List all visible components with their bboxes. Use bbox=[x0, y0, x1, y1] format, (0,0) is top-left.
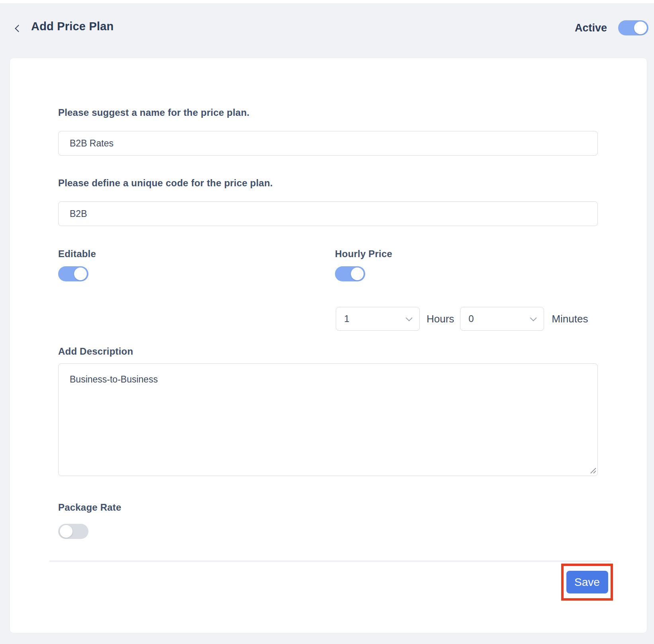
hourly-duration-row: 1 Hours 0 Minutes bbox=[336, 307, 588, 331]
chevron-left-icon bbox=[15, 25, 22, 32]
active-toggle[interactable] bbox=[618, 20, 648, 35]
minutes-select[interactable]: 0 bbox=[460, 307, 544, 331]
page: Add Price Plan Active Please suggest a n… bbox=[0, 0, 654, 644]
editable-label: Editable bbox=[58, 248, 96, 260]
active-label: Active bbox=[575, 22, 607, 34]
description-textarea[interactable]: Business-to-Business bbox=[58, 363, 598, 476]
editable-toggle[interactable] bbox=[58, 266, 88, 281]
form-card: Please suggest a name for the price plan… bbox=[10, 58, 647, 633]
description-label: Add Description bbox=[58, 346, 133, 357]
back-button[interactable] bbox=[12, 22, 25, 35]
hourly-price-label: Hourly Price bbox=[335, 248, 392, 260]
chevron-down-icon bbox=[530, 314, 537, 321]
save-highlight-box: Save bbox=[561, 564, 613, 601]
hours-select[interactable]: 1 bbox=[336, 307, 420, 331]
package-rate-label: Package Rate bbox=[58, 502, 121, 513]
minutes-unit-label: Minutes bbox=[552, 313, 588, 325]
chevron-down-icon bbox=[406, 314, 413, 321]
name-label: Please suggest a name for the price plan… bbox=[58, 107, 249, 118]
toggle-knob bbox=[60, 525, 72, 538]
toggle-knob bbox=[351, 267, 364, 280]
footer-divider bbox=[49, 560, 611, 562]
toggle-knob bbox=[74, 267, 87, 280]
package-rate-toggle[interactable] bbox=[58, 524, 88, 539]
code-input[interactable] bbox=[58, 201, 598, 226]
page-title: Add Price Plan bbox=[31, 20, 114, 33]
name-input[interactable] bbox=[58, 131, 598, 156]
top-strip bbox=[0, 0, 654, 3]
hours-unit-label: Hours bbox=[427, 313, 454, 325]
hours-select-value: 1 bbox=[344, 313, 349, 324]
resize-handle-icon[interactable] bbox=[589, 467, 597, 474]
minutes-select-value: 0 bbox=[468, 313, 474, 324]
code-label: Please define a unique code for the pric… bbox=[58, 178, 273, 189]
hourly-price-toggle[interactable] bbox=[335, 266, 365, 281]
save-button[interactable]: Save bbox=[566, 571, 608, 593]
toggle-knob bbox=[634, 21, 647, 34]
